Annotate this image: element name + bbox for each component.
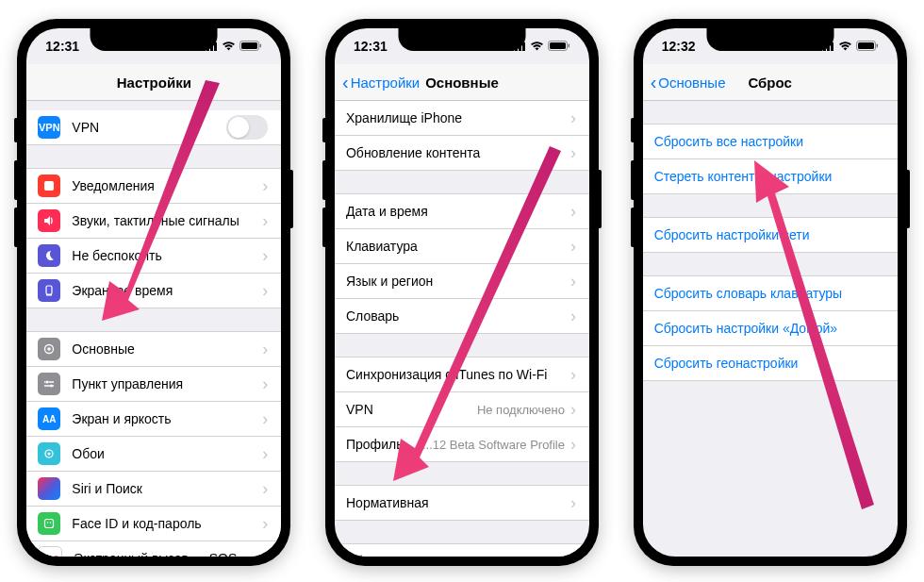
chevron-right-icon: › (570, 143, 576, 163)
row-display[interactable]: AA Экран и яркость › (26, 402, 281, 437)
reset-list: Сбросить все настройки Стереть контент и… (643, 101, 898, 381)
status-time: 12:31 (354, 39, 388, 54)
screentime-icon (38, 279, 60, 302)
row-value: i...12 Beta Software Profile (420, 438, 565, 452)
notch (91, 28, 218, 51)
sounds-icon (38, 209, 60, 232)
svg-rect-26 (550, 42, 566, 49)
chevron-right-icon: › (262, 211, 268, 231)
row-label: VPN (72, 120, 226, 135)
faceid-icon (38, 512, 60, 535)
row-datetime[interactable]: Дата и время› (335, 193, 589, 229)
wifi-icon (530, 39, 544, 54)
row-label: Не беспокоить (72, 248, 262, 263)
nav-back-label: Настройки (351, 75, 421, 91)
row-vpn[interactable]: VPN VPN (26, 110, 281, 145)
svg-rect-34 (876, 44, 878, 48)
chevron-right-icon: › (570, 272, 576, 291)
battery-icon (548, 39, 570, 54)
row-control-center[interactable]: Пункт управления › (26, 367, 281, 402)
row-label: Сбросить все настройки (654, 134, 884, 149)
dnd-icon (38, 244, 60, 267)
chevron-right-icon: › (570, 237, 576, 257)
row-reset-home[interactable]: Сбросить настройки «Домой» (643, 311, 898, 346)
chevron-right-icon: › (262, 246, 268, 266)
row-dictionary[interactable]: Словарь› (335, 299, 589, 334)
wifi-icon (222, 39, 236, 54)
row-notifications[interactable]: Уведомления › (26, 168, 281, 204)
chevron-right-icon: › (570, 365, 576, 385)
row-label: Обновление контента (346, 145, 570, 160)
phone-1: 12:31 Настройки VPN VPN (17, 19, 290, 566)
chevron-right-icon: › (262, 340, 268, 359)
chevron-right-icon: › (570, 202, 576, 222)
chevron-right-icon: › (570, 400, 576, 420)
chevron-left-icon: ‹ (651, 72, 657, 93)
svg-point-11 (48, 347, 52, 351)
svg-rect-33 (858, 42, 874, 49)
svg-rect-8 (46, 286, 52, 294)
row-reset-all-settings[interactable]: Сбросить все настройки (643, 124, 898, 159)
svg-point-18 (50, 522, 52, 524)
settings-list: VPN VPN Уведомления › Звуки, тактильные … (26, 101, 281, 557)
svg-point-17 (47, 522, 49, 524)
row-label: Синхронизация с iTunes по Wi-Fi (346, 367, 570, 382)
row-sounds[interactable]: Звуки, тактильные сигналы › (26, 204, 281, 239)
nav-bar: Настройки (26, 64, 281, 101)
nav-back-button[interactable]: ‹ Основные (651, 72, 726, 93)
nav-back-label: Основные (658, 75, 725, 91)
row-label: Сбросить словарь клавиатуры (654, 286, 884, 301)
chevron-right-icon: › (570, 493, 576, 513)
row-general[interactable]: Основные › (26, 331, 281, 367)
gear-icon (38, 338, 60, 360)
sos-icon: SOS (38, 546, 62, 557)
svg-rect-16 (45, 520, 54, 528)
row-faceid[interactable]: Face ID и код-пароль › (26, 507, 281, 541)
nav-bar: ‹ Настройки Основные (335, 64, 589, 101)
row-label: Сбросить настройки сети (654, 227, 884, 242)
row-reset-keyboard-dict[interactable]: Сбросить словарь клавиатуры (643, 275, 898, 311)
row-wallpaper[interactable]: Обои › (26, 437, 281, 472)
chevron-right-icon: › (570, 435, 576, 455)
row-label: Уведомления (72, 178, 262, 193)
chevron-right-icon: › (570, 307, 576, 326)
row-itunes-wifi[interactable]: Синхронизация с iTunes по Wi-Fi› (335, 357, 589, 392)
row-label: Звуки, тактильные сигналы (72, 213, 262, 228)
row-erase-all[interactable]: Стереть контент и настройки (643, 159, 898, 194)
row-legal[interactable]: Нормативная› (335, 485, 589, 521)
row-vpn[interactable]: VPNНе подключено› (335, 392, 589, 427)
row-background-refresh[interactable]: Обновление контента› (335, 136, 589, 171)
row-siri[interactable]: Siri и Поиск › (26, 472, 281, 507)
svg-point-12 (46, 381, 49, 384)
row-label: Клавиатура (346, 239, 570, 254)
row-reset-network[interactable]: Сбросить настройки сети (643, 217, 898, 253)
control-center-icon (38, 373, 60, 395)
phone-2: 12:31 ‹ Настройки Основные Хранилище iPh… (325, 19, 599, 566)
svg-rect-9 (46, 294, 52, 296)
chevron-right-icon: › (262, 444, 268, 464)
row-reset[interactable]: Сброс› (335, 543, 589, 557)
svg-point-15 (48, 453, 51, 456)
vpn-toggle[interactable] (226, 115, 268, 140)
row-storage[interactable]: Хранилище iPhone› (335, 101, 589, 136)
row-screentime[interactable]: Экранное время › (26, 274, 281, 308)
siri-icon (38, 477, 60, 500)
row-label: Стереть контент и настройки (654, 169, 884, 184)
chevron-right-icon: › (262, 281, 268, 301)
row-label: Экстренный вызов — SOS (74, 551, 262, 557)
chevron-right-icon: › (262, 409, 268, 429)
row-label: Нормативная (346, 495, 570, 510)
row-value: Не подключено (477, 403, 565, 417)
chevron-left-icon: ‹ (342, 72, 349, 93)
row-profile[interactable]: Профильi...12 Beta Software Profile› (335, 427, 589, 462)
row-language[interactable]: Язык и регион› (335, 264, 589, 299)
svg-rect-7 (44, 181, 54, 191)
nav-title: Настройки (26, 75, 281, 91)
row-dnd[interactable]: Не беспокоить › (26, 239, 281, 274)
row-reset-location[interactable]: Сбросить геонастройки (643, 346, 898, 381)
svg-point-13 (50, 385, 53, 388)
nav-back-button[interactable]: ‹ Настройки (342, 72, 420, 93)
row-sos[interactable]: SOS Экстренный вызов — SOS › (26, 541, 281, 557)
row-keyboard[interactable]: Клавиатура› (335, 229, 589, 264)
svg-rect-5 (241, 42, 257, 49)
